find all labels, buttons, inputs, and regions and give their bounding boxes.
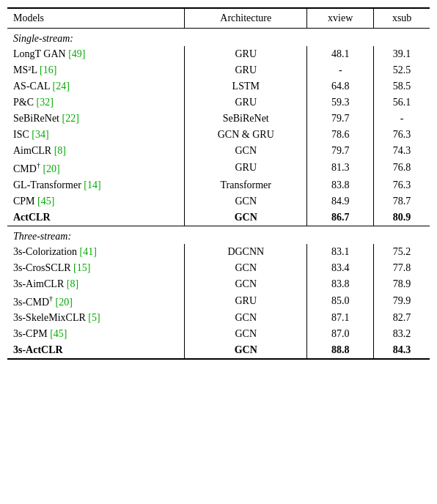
cell-arch: GCN: [185, 210, 307, 226]
table-row: GL-Transformer [14] Transformer 83.8 76.…: [7, 177, 430, 193]
table-header-row: Models Architecture xview xsub: [7, 8, 430, 29]
cell-xview: 79.7: [307, 143, 374, 159]
cell-xsub: 39.1: [374, 46, 430, 62]
section-header-three-stream: Three-stream:: [7, 226, 430, 244]
table-row: 3s-CMD† [20] GRU 85.0 79.9: [7, 292, 430, 311]
cell-xsub: 82.7: [374, 310, 430, 326]
cell-model: 3s-AimCLR [8]: [7, 276, 185, 292]
table-row: AimCLR [8] GCN 79.7 74.3: [7, 143, 430, 159]
table-row: 3s-SkeleMixCLR [5] GCN 87.1 82.7: [7, 310, 430, 326]
table-row: CMD† [20] GRU 81.3 76.8: [7, 159, 430, 177]
cell-arch: Transformer: [185, 177, 307, 193]
cell-xsub: 78.7: [374, 193, 430, 210]
cell-arch: GRU: [185, 62, 307, 78]
table-row: SeBiReNet [22] SeBiReNet 79.7 -: [7, 111, 430, 127]
header-xsub: xsub: [374, 8, 430, 29]
section-header-single-stream: Single-stream:: [7, 29, 430, 47]
cell-arch: GCN: [185, 143, 307, 159]
cell-model: 3s-ActCLR: [7, 342, 185, 359]
cell-xview: 83.4: [307, 260, 374, 276]
table-row: CPM [45] GCN 84.9 78.7: [7, 193, 430, 210]
cell-xsub: 74.3: [374, 143, 430, 159]
cell-xview: -: [307, 62, 374, 78]
cell-model: ISC [34]: [7, 127, 185, 143]
cell-xview: 86.7: [307, 210, 374, 226]
cell-arch: LSTM: [185, 78, 307, 94]
cell-arch: DGCNN: [185, 244, 307, 260]
table-row: P&C [32] GRU 59.3 56.1: [7, 94, 430, 111]
cell-arch: GCN & GRU: [185, 127, 307, 143]
header-architecture: Architecture: [185, 8, 307, 29]
header-xview: xview: [307, 8, 374, 29]
cell-xsub: -: [374, 111, 430, 127]
cell-model: GL-Transformer [14]: [7, 177, 185, 193]
cell-model: MS²L [16]: [7, 62, 185, 78]
cell-model: SeBiReNet [22]: [7, 111, 185, 127]
cell-model: ActCLR: [7, 210, 185, 226]
cell-arch: GCN: [185, 326, 307, 342]
cell-xview: 83.8: [307, 276, 374, 292]
table-row: MS²L [16] GRU - 52.5: [7, 62, 430, 78]
cell-xsub: 56.1: [374, 94, 430, 111]
cell-xview: 83.1: [307, 244, 374, 260]
cell-model: LongT GAN [49]: [7, 46, 185, 62]
table-row: LongT GAN [49] GRU 48.1 39.1: [7, 46, 430, 62]
cell-model: CMD† [20]: [7, 159, 185, 177]
cell-xview: 84.9: [307, 193, 374, 210]
cell-xsub: 76.8: [374, 159, 430, 177]
section-label-single: Single-stream:: [7, 29, 430, 47]
cell-xview: 48.1: [307, 46, 374, 62]
cell-model: AS-CAL [24]: [7, 78, 185, 94]
table-row: ActCLR GCN 86.7 80.9: [7, 210, 430, 226]
table-row: ISC [34] GCN & GRU 78.6 76.3: [7, 127, 430, 143]
cell-arch: SeBiReNet: [185, 111, 307, 127]
cell-xview: 79.7: [307, 111, 374, 127]
table-row: 3s-CrosSCLR [15] GCN 83.4 77.8: [7, 260, 430, 276]
comparison-table: Models Architecture xview xsub Single-st…: [7, 7, 430, 360]
cell-arch: GCN: [185, 310, 307, 326]
cell-xsub: 76.3: [374, 127, 430, 143]
cell-xview: 59.3: [307, 94, 374, 111]
cell-xsub: 84.3: [374, 342, 430, 359]
cell-arch: GRU: [185, 94, 307, 111]
cell-model: 3s-SkeleMixCLR [5]: [7, 310, 185, 326]
cell-xview: 85.0: [307, 292, 374, 311]
cell-xsub: 52.5: [374, 62, 430, 78]
cell-xview: 78.6: [307, 127, 374, 143]
cell-xview: 87.0: [307, 326, 374, 342]
cell-xview: 64.8: [307, 78, 374, 94]
cell-arch: GCN: [185, 342, 307, 359]
cell-model: 3s-Colorization [41]: [7, 244, 185, 260]
table-row: 3s-Colorization [41] DGCNN 83.1 75.2: [7, 244, 430, 260]
cell-xsub: 76.3: [374, 177, 430, 193]
table-row: 3s-AimCLR [8] GCN 83.8 78.9: [7, 276, 430, 292]
cell-model: 3s-CPM [45]: [7, 326, 185, 342]
table-row: 3s-CPM [45] GCN 87.0 83.2: [7, 326, 430, 342]
cell-arch: GRU: [185, 46, 307, 62]
table-row: AS-CAL [24] LSTM 64.8 58.5: [7, 78, 430, 94]
cell-model: CPM [45]: [7, 193, 185, 210]
cell-model: 3s-CrosSCLR [15]: [7, 260, 185, 276]
cell-arch: GCN: [185, 193, 307, 210]
cell-arch: GCN: [185, 260, 307, 276]
cell-xview: 81.3: [307, 159, 374, 177]
cell-xsub: 83.2: [374, 326, 430, 342]
cell-arch: GCN: [185, 276, 307, 292]
cell-model: 3s-CMD† [20]: [7, 292, 185, 311]
cell-xsub: 77.8: [374, 260, 430, 276]
cell-model: P&C [32]: [7, 94, 185, 111]
cell-xview: 83.8: [307, 177, 374, 193]
cell-xview: 87.1: [307, 310, 374, 326]
cell-arch: GRU: [185, 292, 307, 311]
header-models: Models: [7, 8, 185, 29]
cell-xsub: 58.5: [374, 78, 430, 94]
cell-xsub: 78.9: [374, 276, 430, 292]
cell-xsub: 75.2: [374, 244, 430, 260]
table-row: 3s-ActCLR GCN 88.8 84.3: [7, 342, 430, 359]
cell-xview: 88.8: [307, 342, 374, 359]
cell-xsub: 79.9: [374, 292, 430, 311]
cell-arch: GRU: [185, 159, 307, 177]
cell-xsub: 80.9: [374, 210, 430, 226]
cell-model: AimCLR [8]: [7, 143, 185, 159]
section-label-three: Three-stream:: [7, 226, 430, 244]
